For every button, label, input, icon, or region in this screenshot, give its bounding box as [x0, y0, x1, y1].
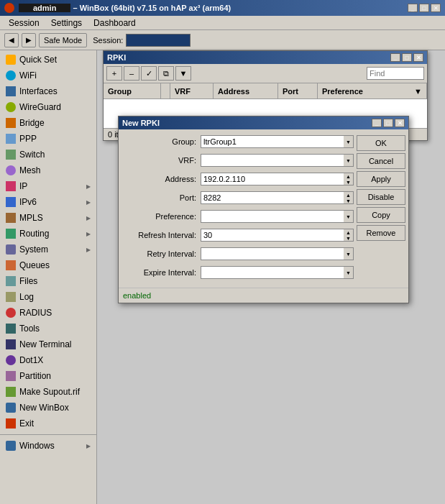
port-label: Port:	[121, 193, 201, 202]
refresh-arrow-button[interactable]: ▲▼	[344, 229, 354, 242]
sidebar-item-queues[interactable]: Queues	[0, 257, 96, 273]
forward-button[interactable]: ▶	[22, 33, 36, 47]
preference-dropdown-icon[interactable]: ▼	[414, 87, 422, 96]
sidebar-item-files[interactable]: Files	[0, 273, 96, 289]
sidebar-item-bridge[interactable]: Bridge	[0, 115, 96, 131]
app-icon	[4, 3, 14, 13]
check-button[interactable]: ✓	[141, 66, 157, 81]
dialog-maximize-button[interactable]: □	[383, 119, 393, 127]
menu-dashboard[interactable]: Dashboard	[88, 17, 142, 29]
wireguard-icon	[6, 102, 16, 112]
col-vrf: VRF	[170, 83, 214, 98]
table-header: Group VRF Address Port Preference ▼	[104, 83, 427, 99]
disable-button[interactable]: Disable	[357, 189, 405, 205]
sidebar-item-ppp[interactable]: PPP	[0, 131, 96, 147]
new-rpki-title-bar: New RPKI _ □ ✕	[119, 116, 408, 129]
retry-interval-label: Retry Interval:	[121, 249, 201, 258]
address-row: Address: ▲▼	[121, 171, 354, 187]
title-bar: admin – WinBox (64bit) v7.15 on hAP ax³ …	[0, 0, 445, 16]
preference-dropdown-button[interactable]: ▼	[344, 210, 354, 223]
sidebar-item-ip[interactable]: IP	[0, 178, 96, 194]
form-area: Group: ▼ VRF: ▼	[121, 134, 354, 283]
dialog-minimize-button[interactable]: _	[372, 119, 382, 127]
new-winbox-icon	[6, 403, 16, 413]
vrf-dropdown-button[interactable]: ▼	[344, 154, 354, 167]
port-arrow-button[interactable]: ▲▼	[344, 191, 354, 204]
safe-mode-button[interactable]: Safe Mode	[39, 33, 87, 47]
sidebar-item-wifi[interactable]: WiFi	[0, 68, 96, 83]
sidebar-item-mpls[interactable]: MPLS	[0, 210, 96, 226]
menu-settings[interactable]: Settings	[45, 17, 88, 29]
expire-interval-input[interactable]	[201, 266, 344, 279]
quick-set-icon	[6, 55, 16, 65]
filter-button[interactable]: ▼	[175, 66, 191, 81]
preference-row: Preference: ▼	[121, 209, 354, 224]
sidebar-item-system[interactable]: System	[0, 242, 96, 257]
remove-toolbar-button[interactable]: –	[124, 66, 139, 81]
sidebar-item-routing[interactable]: Routing	[0, 226, 96, 242]
tools-icon	[6, 324, 16, 334]
rpki-search-input[interactable]	[367, 67, 424, 80]
sidebar-item-dot1x[interactable]: Dot1X	[0, 352, 96, 368]
apply-button[interactable]: Apply	[357, 171, 405, 187]
cancel-button[interactable]: Cancel	[357, 153, 405, 169]
expire-input-wrapper: ▼	[201, 266, 354, 279]
make-supout-icon	[6, 387, 16, 397]
ok-button[interactable]: OK	[357, 135, 405, 151]
sidebar-item-new-winbox[interactable]: New WinBox	[0, 400, 96, 416]
windows-icon	[6, 441, 16, 451]
rpki-close-button[interactable]: ✕	[413, 53, 423, 62]
maximize-button[interactable]: □	[419, 4, 429, 12]
sidebar-item-exit[interactable]: Exit	[0, 416, 96, 431]
retry-interval-input[interactable]	[201, 247, 344, 260]
sidebar-item-windows[interactable]: Windows	[0, 438, 96, 454]
sidebar-item-switch[interactable]: Switch	[0, 147, 96, 162]
group-dropdown-button[interactable]: ▼	[344, 135, 354, 148]
bridge-icon	[6, 118, 16, 128]
app-title: admin – WinBox (64bit) v7.15 on hAP ax³ …	[19, 4, 231, 12]
close-button[interactable]: ✕	[431, 4, 441, 12]
add-button[interactable]: +	[106, 66, 122, 81]
vrf-input[interactable]	[201, 154, 344, 167]
sidebar-item-log[interactable]: Log	[0, 289, 96, 305]
sidebar-item-new-terminal[interactable]: New Terminal	[0, 336, 96, 352]
rpki-maximize-button[interactable]: □	[402, 53, 412, 62]
remove-button[interactable]: Remove	[357, 225, 405, 241]
port-input[interactable]	[201, 191, 344, 204]
expire-dropdown-button[interactable]: ▼	[344, 266, 354, 279]
files-icon	[6, 276, 16, 286]
refresh-interval-input[interactable]	[201, 229, 344, 242]
preference-input[interactable]	[201, 210, 344, 223]
sidebar-item-tools[interactable]: Tools	[0, 321, 96, 336]
sidebar-item-partition[interactable]: Partition	[0, 368, 96, 384]
address-arrow-button[interactable]: ▲▼	[344, 173, 354, 185]
back-button[interactable]: ◀	[4, 33, 19, 47]
col-edit	[161, 83, 170, 98]
preference-label: Preference:	[121, 212, 201, 221]
sidebar-item-quick-set[interactable]: Quick Set	[0, 52, 96, 68]
sidebar-item-mesh[interactable]: Mesh	[0, 162, 96, 178]
sidebar-item-wireguard[interactable]: WireGuard	[0, 99, 96, 115]
dialog-close-button[interactable]: ✕	[395, 119, 405, 127]
address-input[interactable]	[201, 173, 344, 185]
sidebar-item-make-supout[interactable]: Make Supout.rif	[0, 384, 96, 400]
dialog-body: Group: ▼ VRF: ▼	[119, 129, 408, 288]
sidebar-item-radius[interactable]: RADIUS	[0, 305, 96, 321]
log-icon	[6, 292, 16, 302]
group-input[interactable]	[201, 135, 344, 148]
username-block: admin	[19, 4, 70, 12]
copy-toolbar-button[interactable]: ⧉	[158, 66, 174, 81]
vrf-input-wrapper: ▼	[201, 154, 354, 167]
session-input[interactable]	[126, 34, 191, 47]
port-row: Port: ▲▼	[121, 190, 354, 206]
retry-dropdown-button[interactable]: ▼	[344, 247, 354, 260]
ppp-icon	[6, 134, 16, 144]
col-group: Group	[104, 83, 161, 98]
sidebar-item-interfaces[interactable]: Interfaces	[0, 83, 96, 99]
copy-button[interactable]: Copy	[357, 207, 405, 223]
rpki-minimize-button[interactable]: _	[390, 53, 400, 62]
menu-session[interactable]: Session	[3, 17, 45, 29]
group-label: Group:	[121, 137, 201, 146]
minimize-button[interactable]: _	[408, 4, 418, 12]
sidebar-item-ipv6[interactable]: IPv6	[0, 194, 96, 210]
